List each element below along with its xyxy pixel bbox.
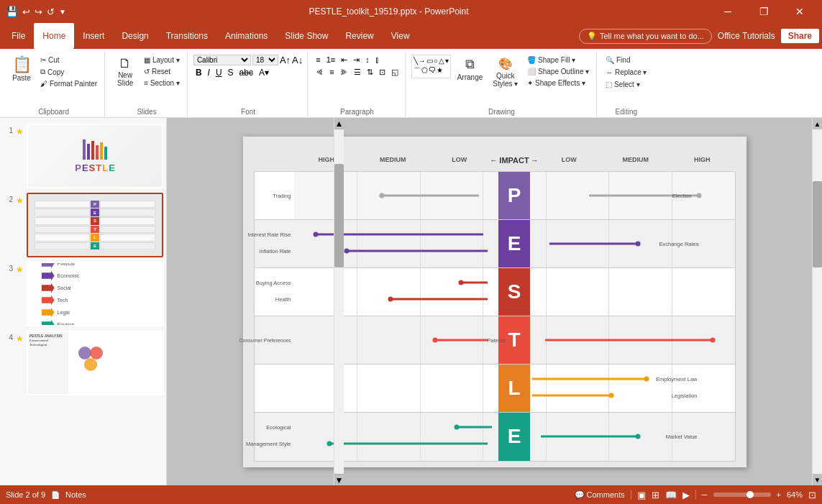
shape-rect-icon[interactable]: ▭ <box>426 57 433 65</box>
tell-me-input[interactable]: 💡 Tell me what you want to do... <box>579 29 712 44</box>
menu-insert[interactable]: Insert <box>74 23 113 49</box>
menu-file[interactable]: File <box>3 23 34 49</box>
slide-thumb-3[interactable]: 3 ★ Political Economic <box>3 262 163 326</box>
view-reading-btn[interactable]: 📖 <box>665 490 677 500</box>
zoom-out-button[interactable]: ─ <box>702 490 708 499</box>
office-tutorials-link[interactable]: Office Tutorials <box>718 31 775 41</box>
right-vscrollbar[interactable]: ▲ ▼ <box>812 118 822 485</box>
scroll-down-button[interactable]: ▼ <box>334 474 344 485</box>
align-right-button[interactable]: ⫸ <box>338 67 350 78</box>
font-tools: Calibri 18 A↑ A↓ B I U S abc A▾ <box>193 55 303 106</box>
decrease-font-button[interactable]: A↓ <box>292 55 303 65</box>
bullets-button[interactable]: ≡ <box>314 55 322 65</box>
underline-button[interactable]: U <box>214 67 224 78</box>
justify-button[interactable]: ☰ <box>352 67 363 78</box>
scroll-up-button[interactable]: ▲ <box>334 118 344 129</box>
shape-tri-icon[interactable]: △ <box>439 57 444 65</box>
menu-transitions[interactable]: Transitions <box>157 23 216 49</box>
slide-thumb-2[interactable]: 2 ★ <box>3 193 163 257</box>
align-left-button[interactable]: ⫷ <box>314 67 326 78</box>
shape-pentagon-icon[interactable]: ⬠ <box>421 66 428 76</box>
menu-view[interactable]: View <box>383 23 419 49</box>
slide-img-3[interactable]: Political Economic Social Tech <box>27 262 163 326</box>
zoom-handle[interactable] <box>746 491 754 498</box>
share-button[interactable]: Share <box>781 29 819 43</box>
shape-line-icon[interactable]: ╲ <box>414 57 418 65</box>
comments-button[interactable]: 💬 Comments <box>575 490 625 500</box>
find-button[interactable]: 🔍 Find <box>603 55 633 65</box>
shape-star-icon[interactable]: ★ <box>437 66 443 76</box>
row-E2-chart: E Market Value <box>294 413 735 460</box>
section-button[interactable]: ≡ Section ▾ <box>141 78 183 88</box>
minimize-button[interactable]: ─ <box>711 0 744 23</box>
align-text-button[interactable]: ⊡ <box>377 67 388 78</box>
undo-icon[interactable]: ↩ <box>22 6 30 17</box>
convert-smartart-button[interactable]: ◱ <box>389 67 401 78</box>
paste-button[interactable]: 📋 Paste <box>7 55 36 84</box>
font-size-select[interactable]: 18 <box>252 55 278 65</box>
cut-button[interactable]: ✂ Cut <box>37 55 100 65</box>
rscroll-thumb[interactable] <box>813 181 822 267</box>
shape-oval-icon[interactable]: ○ <box>434 57 438 65</box>
reset-button[interactable]: ↺ Reset <box>141 66 183 77</box>
numbering-button[interactable]: 1≡ <box>324 55 338 65</box>
save-icon[interactable]: 💾 <box>6 6 18 17</box>
view-normal-btn[interactable]: ▣ <box>637 490 646 500</box>
zoom-slider[interactable] <box>713 492 771 497</box>
format-painter-button[interactable]: 🖌 Format Painter <box>37 78 100 89</box>
bold-button[interactable]: B <box>193 67 204 78</box>
copy-button[interactable]: ⧉ Copy <box>37 66 100 78</box>
redo-icon[interactable]: ↪ <box>35 6 42 17</box>
close-button[interactable]: ✕ <box>783 0 816 23</box>
notes-edit-button[interactable]: Notes <box>65 490 86 499</box>
zoom-in-button[interactable]: + <box>777 490 781 499</box>
slide-img-2[interactable]: P E S T L E <box>27 193 163 257</box>
shape-callout-icon[interactable]: 🗨 <box>429 66 436 76</box>
menu-home[interactable]: Home <box>34 23 74 49</box>
quick-styles-button[interactable]: 🎨 QuickStyles ▾ <box>489 55 521 90</box>
view-sorter-btn[interactable]: ⊞ <box>652 490 659 500</box>
columns-button[interactable]: ⫿ <box>373 55 382 65</box>
slide-img-4[interactable]: PESTLE ANALYSIS Environmental Technologi… <box>27 331 163 395</box>
select-button[interactable]: ⬚ Select ▾ <box>603 79 642 90</box>
slide-thumb-1[interactable]: 1 ★ P E S T <box>3 124 163 188</box>
shape-curve-icon[interactable]: ⌒ <box>414 66 421 76</box>
shadow-button[interactable]: S <box>226 67 236 78</box>
shape-effects-button[interactable]: ✦ Shape Effects ▾ <box>524 78 592 88</box>
dropdown-icon[interactable]: ▼ <box>59 8 66 16</box>
text-direction-button[interactable]: ⇅ <box>365 67 375 78</box>
slide-img-1[interactable]: P E S T L E <box>27 124 163 188</box>
line-spacing-button[interactable]: ↕ <box>363 55 372 65</box>
indent-more-button[interactable]: ⇥ <box>351 55 362 65</box>
shape-outline-button[interactable]: ⬜ Shape Outline ▾ <box>524 66 592 77</box>
layout-button[interactable]: ▦ Layout ▾ <box>141 55 183 65</box>
slide4-left: PESTLE ANALYSIS Environmental Technologi… <box>28 332 68 394</box>
menu-design[interactable]: Design <box>113 23 157 49</box>
arrange-button[interactable]: ⧉ Arrange <box>454 55 487 83</box>
align-center-button[interactable]: ≡ <box>327 67 336 78</box>
menu-slideshow[interactable]: Slide Show <box>276 23 337 49</box>
indent-less-button[interactable]: ⇤ <box>339 55 350 65</box>
slide-thumb-4[interactable]: 4 ★ PESTLE ANALYSIS Environmental Techno… <box>3 331 163 395</box>
rscroll-up[interactable]: ▲ <box>813 118 822 129</box>
replace-button[interactable]: ↔ Replace ▾ <box>603 67 649 78</box>
menu-review[interactable]: Review <box>337 23 382 49</box>
menu-animations[interactable]: Animations <box>216 23 276 49</box>
shape-arrow-icon[interactable]: → <box>419 57 426 65</box>
scroll-thumb[interactable] <box>334 164 344 267</box>
italic-button[interactable]: I <box>206 67 212 78</box>
new-slide-button[interactable]: 🗋 NewSlide <box>111 55 140 89</box>
restore-button[interactable]: ❐ <box>747 0 780 23</box>
slide1-pestle: P E S T L E <box>75 162 115 173</box>
left-vscrollbar[interactable]: ▲ ▼ <box>334 118 344 485</box>
view-slideshow-btn[interactable]: ▶ <box>682 490 690 500</box>
rscroll-down[interactable]: ▼ <box>813 474 822 485</box>
font-family-select[interactable]: Calibri <box>193 55 251 65</box>
shape-fill-button[interactable]: 🪣 Shape Fill ▾ <box>524 55 592 65</box>
font-color-button[interactable]: A▾ <box>257 67 271 78</box>
shapes-more-icon[interactable]: ▾ <box>445 57 449 65</box>
repeat-icon[interactable]: ↺ <box>47 6 55 17</box>
increase-font-button[interactable]: A↑ <box>280 55 291 65</box>
fit-page-button[interactable]: ⊡ <box>808 490 816 500</box>
strikethrough-button[interactable]: abc <box>237 67 255 78</box>
